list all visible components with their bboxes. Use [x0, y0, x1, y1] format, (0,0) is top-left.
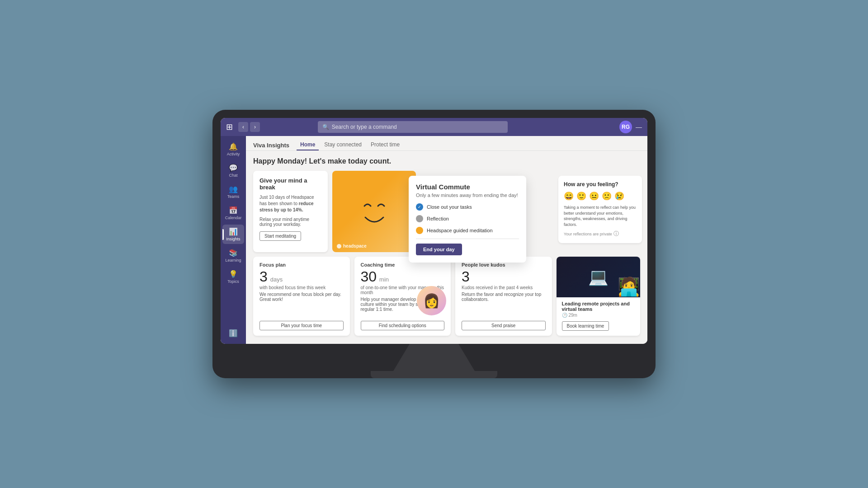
- emoji-happy[interactable]: 😄: [564, 191, 574, 201]
- vc-meditation-icon: [416, 227, 423, 234]
- vc-item-close-tasks: Close out your tasks: [416, 203, 519, 211]
- teams-app: ⊞ ‹ › 🔍 Search or type a command RG —: [221, 118, 647, 344]
- tab-stay-connected[interactable]: Stay connected: [321, 140, 365, 150]
- focus-plan-sub: We recommend one focus block per day. Gr…: [259, 292, 344, 317]
- feeling-desc: Taking a moment to reflect can help you …: [564, 205, 637, 227]
- back-button[interactable]: ‹: [238, 122, 248, 132]
- sidebar-item-help[interactable]: ℹ️: [222, 326, 244, 340]
- learning-label: Learning: [225, 258, 241, 263]
- avatar[interactable]: RG: [619, 121, 632, 133]
- headspace-card-sub: Relax your mind anytime during your work…: [259, 217, 321, 227]
- title-bar: ⊞ ‹ › 🔍 Search or type a command RG —: [221, 118, 647, 136]
- page-greeting: Happy Monday! Let's make today count.: [253, 157, 640, 165]
- feeling-card: How are you feeling? 😄 🙂 😐 🙁 😢 Taking a …: [558, 176, 642, 243]
- insights-icon: 📊: [229, 227, 238, 236]
- emoji-row: 😄 🙂 😐 🙁 😢: [564, 191, 637, 201]
- vc-divider: [416, 239, 519, 239]
- sidebar-item-teams[interactable]: 👥 Teams: [222, 182, 244, 202]
- monitor-base: [371, 371, 497, 378]
- headspace-logo-dot: [337, 244, 341, 249]
- search-placeholder: Search or type a command: [332, 124, 397, 130]
- monitor-screen: ⊞ ‹ › 🔍 Search or type a command RG —: [221, 118, 647, 344]
- focus-plan-number: 3: [259, 269, 268, 284]
- find-scheduling-button[interactable]: Find scheduling options: [361, 321, 445, 330]
- clock-icon: 🕐: [562, 313, 567, 318]
- teams-label: Teams: [227, 194, 240, 199]
- start-meditating-button[interactable]: Start meditating: [259, 231, 301, 241]
- app-name: Viva Insights: [253, 142, 289, 149]
- sidebar-item-chat[interactable]: 💬 Chat: [222, 161, 244, 180]
- book-learning-button[interactable]: Book learning time: [562, 321, 609, 331]
- headspace-logo-text: headspace: [343, 244, 367, 249]
- learning-card: 💻 🧑‍💻 Leading remote projects and virtua…: [557, 257, 641, 336]
- learning-icon: 📚: [229, 249, 238, 257]
- coaching-time-stat: 30 min: [361, 269, 445, 284]
- sidebar-item-learning[interactable]: 📚 Learning: [222, 246, 244, 265]
- learning-image-graphic: 💻: [588, 267, 609, 286]
- person-photo: 👩: [417, 286, 446, 315]
- forward-button[interactable]: ›: [250, 122, 260, 132]
- focus-plan-desc: with booked focus time this week: [259, 285, 344, 290]
- emoji-sad[interactable]: 🙁: [602, 191, 612, 201]
- teams-logo-icon: ⊞: [226, 122, 233, 132]
- nav-buttons: ‹ ›: [238, 122, 260, 132]
- vc-check-icon: [416, 203, 423, 211]
- sidebar-item-calendar[interactable]: 📅 Calendar: [222, 203, 244, 223]
- focus-plan-card: Focus plan 3 days with booked focus time…: [253, 257, 350, 336]
- coaching-time-card: Coaching time 30 min of one-to-one time …: [354, 257, 451, 336]
- teams-icon: 👥: [229, 185, 238, 193]
- focus-plan-unit: days: [270, 276, 283, 283]
- learning-time: 🕐 29m: [562, 313, 635, 318]
- vc-title: Virtual Commute: [416, 183, 519, 191]
- emoji-very-sad[interactable]: 😢: [614, 191, 624, 201]
- emoji-smile[interactable]: 🙂: [576, 191, 586, 201]
- sidebar: 🔔 Activity 💬 Chat 👥 Teams 📅 Calendar: [221, 136, 246, 344]
- main-content: Happy Monday! Let's make today count. Gi…: [246, 151, 647, 344]
- feeling-title: How are you feeling?: [564, 181, 637, 188]
- vc-item-reflection: Reflection: [416, 215, 519, 222]
- sidebar-item-topics[interactable]: 💡 Topics: [222, 267, 244, 286]
- end-your-day-button[interactable]: End your day: [416, 244, 462, 255]
- tab-protect-time[interactable]: Protect time: [367, 140, 403, 150]
- chat-label: Chat: [229, 173, 237, 178]
- monitor-stand: [393, 344, 475, 371]
- activity-label: Activity: [227, 152, 240, 156]
- title-bar-right: RG —: [619, 121, 642, 133]
- calendar-label: Calendar: [225, 216, 242, 220]
- kudos-number: 3: [462, 269, 546, 284]
- coaching-time-title: Coaching time: [361, 262, 445, 267]
- minimize-button[interactable]: —: [636, 123, 642, 131]
- emoji-neutral[interactable]: 😐: [589, 191, 599, 201]
- topics-label: Topics: [227, 279, 239, 284]
- vc-subtitle: Only a few minutes away from ending the …: [416, 192, 519, 198]
- search-bar[interactable]: 🔍 Search or type a command: [318, 121, 508, 133]
- feeling-private-text: Your reflections are private: [564, 232, 612, 236]
- search-icon: 🔍: [322, 124, 329, 130]
- plan-focus-time-button[interactable]: Plan your focus time: [259, 321, 344, 330]
- tab-home[interactable]: Home: [297, 140, 319, 150]
- headspace-illustration: headspace: [332, 171, 416, 252]
- learning-duration: 29m: [569, 313, 577, 318]
- help-icon: ℹ️: [229, 329, 238, 338]
- vc-reflection-icon: [416, 215, 423, 222]
- coaching-time-number: 30: [361, 269, 377, 284]
- feeling-private: Your reflections are private ⓘ: [564, 230, 637, 238]
- vc-close-tasks-label: Close out your tasks: [427, 204, 472, 210]
- coaching-time-unit: min: [379, 276, 389, 283]
- learning-title: Leading remote projects and virtual team…: [562, 301, 635, 312]
- sidebar-item-insights[interactable]: 📊 Insights: [222, 225, 244, 244]
- monitor: ⊞ ‹ › 🔍 Search or type a command RG —: [212, 110, 656, 378]
- kudos-desc: Kudos received in the past 4 weeks: [462, 285, 546, 290]
- headspace-card-desc: Just 10 days of Headspace has been shown…: [259, 194, 321, 213]
- app-body: 🔔 Activity 💬 Chat 👥 Teams 📅 Calendar: [221, 136, 647, 344]
- kudos-title: People love kudos: [462, 262, 546, 267]
- headspace-face-svg: [352, 192, 397, 229]
- calendar-icon: 📅: [229, 206, 238, 215]
- sub-nav: Viva Insights Home Stay connected Protec…: [246, 136, 647, 151]
- info-icon: ⓘ: [613, 230, 619, 238]
- learning-person-graphic: 🧑‍💻: [618, 276, 640, 297]
- send-praise-button[interactable]: Send praise: [462, 321, 546, 330]
- sidebar-item-activity[interactable]: 🔔 Activity: [222, 140, 244, 159]
- headspace-logo: headspace: [337, 244, 367, 249]
- topics-icon: 💡: [229, 270, 238, 278]
